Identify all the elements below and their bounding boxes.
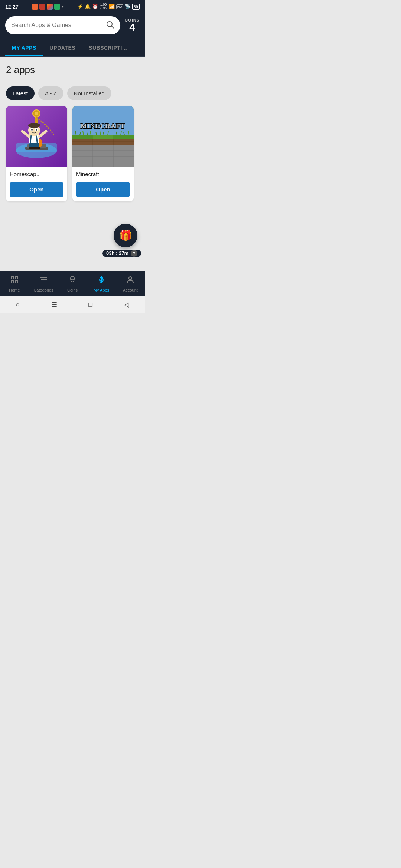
tab-subscriptions[interactable]: SUBSCRIPTI... <box>82 40 134 56</box>
svg-line-1 <box>112 26 114 28</box>
time-display: 12:27 <box>5 4 19 10</box>
svg-rect-43 <box>113 135 134 139</box>
coins-value: 4 <box>129 22 135 33</box>
floating-gift-button[interactable]: 🎁 <box>114 224 137 247</box>
categories-icon <box>39 275 48 286</box>
search-svg <box>105 20 114 29</box>
system-menu-button[interactable]: ☰ <box>51 300 57 309</box>
svg-point-26 <box>36 129 37 131</box>
tab-my-apps[interactable]: MY APPS <box>5 40 43 56</box>
system-status: ⚡ 🔔 ⏰ 1.00KB/S 📶 HD 📡 89 <box>77 3 140 10</box>
apps-count: 2 apps <box>0 57 145 80</box>
float-area: 🎁 03h : 27m ? <box>0 209 145 253</box>
bluetooth-icon: ⚡ <box>77 4 83 9</box>
svg-point-0 <box>107 22 112 27</box>
svg-rect-42 <box>93 135 113 139</box>
account-icon <box>126 275 135 286</box>
timer-badge: 03h : 27m ? <box>102 250 141 257</box>
svg-point-25 <box>31 129 33 131</box>
home-icon <box>10 275 19 286</box>
system-home-button[interactable]: ○ <box>16 301 20 309</box>
svg-point-27 <box>29 147 35 149</box>
system-back-button[interactable]: ◁ <box>124 300 129 309</box>
svg-point-22 <box>28 123 40 128</box>
svg-point-13 <box>35 112 38 115</box>
system-recent-button[interactable]: □ <box>88 301 92 309</box>
bottom-navigation: Home Categories Coins <box>0 271 145 296</box>
svg-point-69 <box>129 277 132 280</box>
sort-buttons: Latest A - Z Not Installed <box>0 80 145 106</box>
app-card-minecraft: MINECRAFT MINECRAFT Minecraft Open <box>72 106 134 201</box>
homescapes-name: Homescap... <box>6 167 67 180</box>
wifi-icon: 📶 <box>109 4 115 9</box>
status-bar: 12:27 ● ⚡ 🔔 ⏰ 1.00KB/S 📶 HD 📡 89 <box>0 0 145 13</box>
dot-indicator: ● <box>62 4 64 9</box>
sort-az-button[interactable]: A - Z <box>38 86 63 100</box>
coins-block[interactable]: COINS 4 <box>125 18 140 33</box>
nav-home[interactable]: Home <box>3 275 26 292</box>
tab-updates[interactable]: UPDATES <box>43 40 82 56</box>
homescapes-icon <box>6 106 67 167</box>
app-grid: Homescap... Open <box>0 106 145 209</box>
minecraft-icon: MINECRAFT MINECRAFT <box>72 106 134 167</box>
svg-text:MINECRAFT: MINECRAFT <box>81 122 125 130</box>
app-header: COINS 4 <box>0 13 145 40</box>
main-content: 2 apps Latest A - Z Not Installed <box>0 57 145 271</box>
sort-not-installed-button[interactable]: Not Installed <box>67 86 111 100</box>
svg-point-28 <box>34 147 40 149</box>
homescapes-icon-wrap <box>6 106 67 167</box>
my-apps-label: My Apps <box>94 288 109 292</box>
hd-badge: HD <box>116 4 123 9</box>
coins-nav-label: Coins <box>67 288 78 292</box>
minecraft-name: Minecraft <box>72 167 134 180</box>
sort-latest-button[interactable]: Latest <box>6 86 35 100</box>
homescapes-open-button[interactable]: Open <box>10 182 63 197</box>
signal-icon: 📡 <box>125 4 131 9</box>
svg-rect-59 <box>11 276 14 279</box>
clock-icon: ⏰ <box>92 4 98 9</box>
homescapes-svg <box>6 106 67 167</box>
battery-display: 89 <box>132 4 140 10</box>
nav-account[interactable]: Account <box>119 275 141 292</box>
minecraft-svg: MINECRAFT MINECRAFT <box>72 106 134 167</box>
search-icon <box>105 20 114 31</box>
network-speed: 1.00KB/S <box>100 3 107 10</box>
nav-coins[interactable]: Coins <box>61 275 84 292</box>
app-icon-1 <box>32 4 38 10</box>
svg-rect-61 <box>11 280 14 283</box>
app-icon-3 <box>47 4 53 10</box>
nav-categories[interactable]: Categories <box>32 275 55 292</box>
account-label: Account <box>123 288 138 292</box>
svg-rect-41 <box>72 135 93 139</box>
alarm-icon: 🔔 <box>85 4 91 9</box>
categories-label: Categories <box>33 288 53 292</box>
svg-rect-62 <box>15 280 18 283</box>
svg-rect-60 <box>15 276 18 279</box>
nav-my-apps[interactable]: My Apps <box>90 275 113 292</box>
timer-text: 03h : 27m <box>106 250 128 256</box>
question-icon[interactable]: ? <box>131 250 137 257</box>
coins-nav-icon <box>68 275 77 286</box>
notification-icons: ● <box>32 4 64 10</box>
search-input[interactable] <box>11 22 102 29</box>
minecraft-icon-wrap: MINECRAFT MINECRAFT <box>72 106 134 167</box>
app-icon-2 <box>39 4 45 10</box>
home-label: Home <box>9 288 20 292</box>
app-icon-4 <box>54 4 60 10</box>
my-apps-icon <box>97 275 106 286</box>
minecraft-open-button[interactable]: Open <box>76 182 130 197</box>
search-bar[interactable] <box>5 16 120 34</box>
tab-bar: MY APPS UPDATES SUBSCRIPTI... <box>0 40 145 57</box>
app-card-homescapes: Homescap... Open <box>6 106 67 201</box>
gift-icon: 🎁 <box>119 229 132 241</box>
system-navigation: ○ ☰ □ ◁ <box>0 296 145 313</box>
